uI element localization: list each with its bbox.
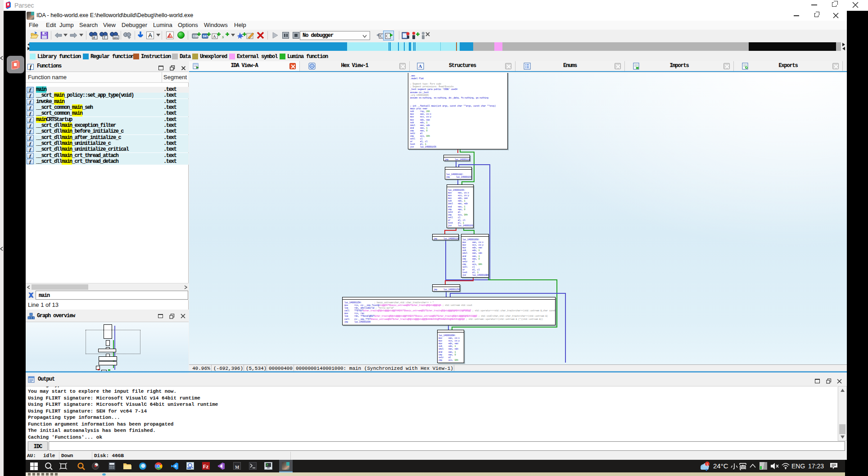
svg-text:C: C [386,34,389,38]
svg-text:T: T [104,36,106,39]
svg-text:s: s [222,34,224,39]
svg-text:C: C [380,34,382,38]
svg-text:A: A [169,34,172,38]
svg-text:101: 101 [113,36,118,39]
svg-text:1: 1 [706,463,709,467]
svg-text:#: # [93,36,95,39]
svg-text:A: A [213,34,216,39]
